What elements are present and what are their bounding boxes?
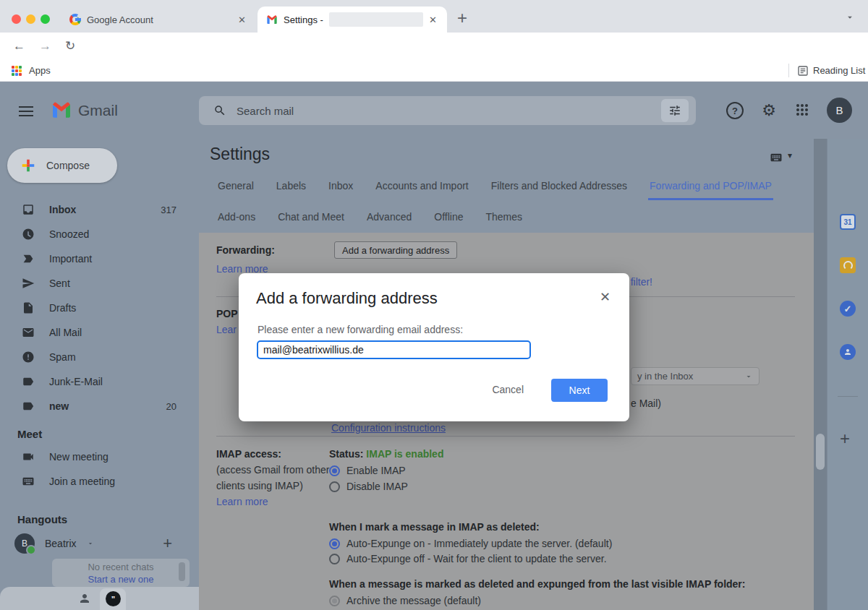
- traffic-zoom-icon[interactable]: [41, 14, 50, 24]
- chevron-down-icon[interactable]: [87, 540, 94, 547]
- archive-message-option[interactable]: Archive the message (default): [329, 594, 481, 607]
- dropdown-value-fragment: y in the Inbox: [637, 371, 693, 382]
- question-icon: ?: [726, 102, 744, 119]
- sidebar-item-drafts[interactable]: Drafts: [0, 296, 190, 320]
- traffic-close-icon[interactable]: [12, 14, 21, 24]
- back-button[interactable]: ←: [13, 38, 25, 54]
- label-tag-icon: [22, 375, 35, 388]
- hangouts-icon[interactable]: ”: [106, 591, 121, 606]
- cancel-button[interactable]: Cancel: [488, 383, 528, 396]
- browser-tab-settings[interactable]: Settings - ✕: [258, 7, 447, 33]
- calendar-icon[interactable]: 31: [840, 214, 856, 230]
- gmail-app: Gmail Search mail ? ⚙ B: [0, 82, 868, 610]
- chevron-down-icon: [744, 372, 753, 381]
- close-icon[interactable]: ✕: [600, 289, 610, 305]
- bulb-icon: [843, 261, 853, 270]
- start-new-one-link[interactable]: Start a new one: [52, 574, 190, 585]
- contacts-icon[interactable]: [840, 344, 856, 360]
- gmail-logo-icon[interactable]: [51, 101, 72, 119]
- sidebar-item-junk-e-mail[interactable]: Junk-E-Mail: [0, 369, 190, 394]
- hangouts-user-row[interactable]: B Beatrix +: [0, 531, 190, 556]
- hangouts-section-header: Hangouts: [0, 510, 207, 528]
- close-tab-icon[interactable]: ✕: [429, 14, 437, 25]
- tab-inbox[interactable]: Inbox: [327, 180, 354, 200]
- draft-file-icon: [22, 301, 35, 314]
- sidebar-item-sent[interactable]: Sent: [0, 271, 190, 296]
- forwarding-email-input[interactable]: [257, 340, 531, 359]
- radio-unselected-icon[interactable]: [329, 481, 340, 492]
- sidebar-item-all-mail[interactable]: All Mail: [0, 320, 190, 345]
- add-forwarding-address-button[interactable]: Add a forwarding address: [334, 241, 457, 259]
- close-tab-icon[interactable]: ✕: [238, 14, 246, 25]
- new-hangout-plus-icon[interactable]: +: [163, 536, 172, 551]
- keep-icon[interactable]: [840, 257, 856, 273]
- reading-list-button[interactable]: Reading List: [813, 65, 865, 76]
- sidebar-item-join-meeting[interactable]: Join a meeting: [0, 469, 190, 494]
- imap-access-sub2: clients using IMAP): [216, 480, 303, 491]
- browser-tab-google-account[interactable]: Google Account ✕: [61, 7, 255, 33]
- pop-action-dropdown[interactable]: y in the Inbox: [631, 367, 760, 385]
- radio-label: Auto-Expunge off - Wait for the client t…: [346, 553, 607, 564]
- sidebar-item-important[interactable]: Important: [0, 246, 190, 271]
- sidebar-item-label: new: [49, 400, 152, 412]
- radio-selected-icon[interactable]: [329, 538, 340, 549]
- sidebar-item-snoozed[interactable]: Snoozed: [0, 222, 190, 246]
- radio-selected-icon[interactable]: [329, 465, 340, 476]
- tab-filters-and-blocked-addresses[interactable]: Filters and Blocked Addresses: [490, 180, 629, 200]
- radio-disabled-icon[interactable]: [329, 596, 340, 606]
- auto-expunge-off-option[interactable]: Auto-Expunge off - Wait for the client t…: [329, 552, 607, 565]
- google-apps-icon[interactable]: [794, 102, 812, 119]
- sidebar-item-label: Spam: [49, 351, 162, 363]
- reload-button[interactable]: ↻: [65, 38, 75, 54]
- main-scrollbar-track[interactable]: [814, 139, 827, 610]
- tab-add-ons[interactable]: Add-ons: [216, 211, 257, 229]
- sidebar-nav: Inbox 317 Snoozed Important Sent Drafts: [0, 197, 190, 418]
- tab-forwarding-and-pop-imap[interactable]: Forwarding and POP/IMAP: [648, 180, 773, 200]
- help-button[interactable]: ?: [726, 102, 744, 119]
- tab-chat-and-meet[interactable]: Chat and Meet: [276, 211, 346, 229]
- imap-access-sub1: (access Gmail from other: [216, 464, 329, 476]
- input-tools-keyboard-icon[interactable]: [767, 151, 785, 164]
- traffic-minimize-icon[interactable]: [26, 14, 35, 24]
- tab-labels[interactable]: Labels: [275, 180, 307, 200]
- apps-grid-icon[interactable]: [12, 66, 22, 76]
- pop-learn-more-fragment[interactable]: Lear: [216, 324, 237, 335]
- tab-themes[interactable]: Themes: [485, 211, 524, 229]
- search-options-button[interactable]: [661, 99, 689, 122]
- search-placeholder: Search mail: [237, 105, 651, 117]
- radio-label: Enable IMAP: [346, 465, 406, 476]
- tab-general[interactable]: General: [216, 180, 255, 200]
- forward-button[interactable]: →: [39, 38, 51, 54]
- sidebar-item-new-meeting[interactable]: New meeting: [0, 444, 190, 469]
- tasks-icon[interactable]: ✓: [840, 301, 856, 317]
- search-bar[interactable]: Search mail: [199, 96, 696, 125]
- gmail-favicon-icon: [266, 14, 278, 25]
- configuration-instructions-link[interactable]: Configuration instructions: [331, 422, 446, 434]
- sidebar-item-label: Join a meeting: [49, 476, 190, 487]
- chats-scrollbar-thumb[interactable]: [179, 562, 185, 581]
- tab-accounts-and-import[interactable]: Accounts and Import: [374, 180, 469, 200]
- imap-learn-more-link[interactable]: Learn more: [216, 496, 268, 507]
- disable-imap-option[interactable]: Disable IMAP: [329, 480, 408, 493]
- main-scrollbar-thumb[interactable]: [816, 434, 825, 470]
- compose-button[interactable]: Compose: [7, 148, 117, 183]
- sidebar-item-new[interactable]: new 20: [0, 394, 190, 418]
- bookmarks-bar: Apps Reading List: [0, 60, 868, 82]
- new-tab-button[interactable]: +: [457, 9, 467, 27]
- tab-search-chevron-icon[interactable]: [845, 12, 855, 22]
- enable-imap-option[interactable]: Enable IMAP: [329, 464, 406, 477]
- main-menu-icon[interactable]: [19, 103, 33, 119]
- auto-expunge-on-option[interactable]: Auto-Expunge on - Immediately update the…: [329, 537, 612, 550]
- contacts-person-icon[interactable]: [78, 592, 91, 605]
- tab-advanced[interactable]: Advanced: [365, 211, 413, 229]
- get-addons-plus-icon[interactable]: +: [840, 431, 850, 447]
- tab-offline[interactable]: Offline: [433, 211, 464, 229]
- gmail-account-avatar[interactable]: B: [827, 98, 852, 123]
- radio-unselected-icon[interactable]: [329, 554, 340, 564]
- apps-bookmark[interactable]: Apps: [29, 65, 51, 76]
- settings-gear-icon[interactable]: ⚙: [760, 102, 778, 119]
- next-button[interactable]: Next: [551, 379, 608, 402]
- sidebar-item-inbox[interactable]: Inbox 317: [0, 197, 190, 222]
- sidebar-item-spam[interactable]: Spam: [0, 345, 190, 369]
- input-tools-caret-icon[interactable]: ▾: [788, 150, 792, 160]
